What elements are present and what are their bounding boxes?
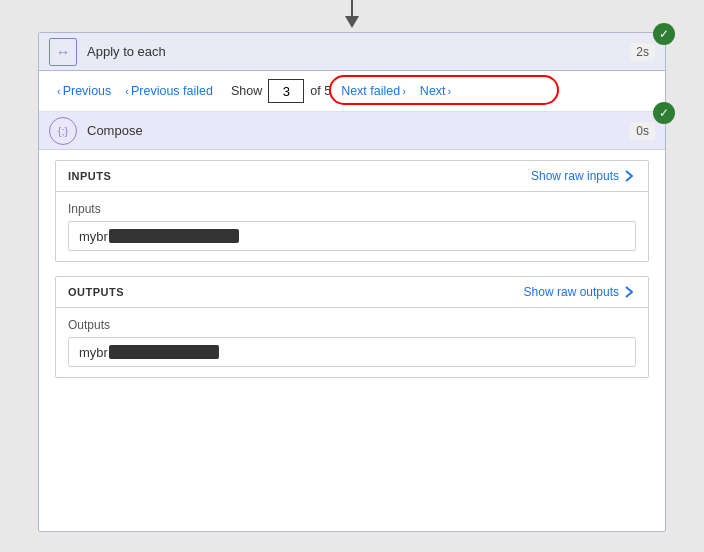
- compose-header: {;} Compose 0s ✓: [39, 112, 665, 150]
- inputs-field-label: Inputs: [68, 202, 636, 216]
- chevron-right-icon-2: ›: [448, 85, 452, 97]
- outputs-section: OUTPUTS Show raw outputs Outputs mybr: [55, 276, 649, 378]
- show-raw-inputs-link[interactable]: Show raw inputs: [531, 169, 636, 183]
- compose-title: Compose: [87, 123, 630, 138]
- connector-arrow: [342, 0, 362, 33]
- svg-marker-1: [345, 16, 359, 28]
- apply-header-title: Apply to each: [87, 44, 630, 59]
- outputs-section-header: OUTPUTS Show raw outputs: [56, 277, 648, 308]
- chevron-right-inputs-icon: [622, 169, 636, 183]
- chevron-left-icon: ‹: [57, 85, 61, 97]
- outputs-redacted-bar: [109, 345, 219, 359]
- compose-wrapper: {;} Compose 0s ✓: [39, 112, 665, 150]
- compose-badge: 0s: [630, 122, 655, 140]
- outputs-field-value: mybr: [68, 337, 636, 367]
- compose-icon: {;}: [49, 117, 77, 145]
- inputs-title: INPUTS: [68, 170, 111, 182]
- previous-failed-button[interactable]: ‹ Previous failed: [121, 82, 217, 100]
- chevron-right-outputs-icon: [622, 285, 636, 299]
- apply-header: ↔ Apply to each 2s ✓: [39, 33, 665, 71]
- apply-header-badge: 2s: [630, 43, 655, 61]
- inputs-section-body: Inputs mybr: [56, 192, 648, 261]
- inputs-field-value: mybr: [68, 221, 636, 251]
- apply-success-badge: ✓: [653, 23, 675, 45]
- inputs-redacted-bar: [109, 229, 239, 243]
- next-button[interactable]: Next ›: [416, 82, 455, 100]
- show-raw-outputs-link[interactable]: Show raw outputs: [524, 285, 636, 299]
- outputs-title: OUTPUTS: [68, 286, 124, 298]
- outputs-section-body: Outputs mybr: [56, 308, 648, 377]
- previous-button[interactable]: ‹ Previous: [53, 82, 115, 100]
- inputs-section: INPUTS Show raw inputs Inputs mybr: [55, 160, 649, 262]
- next-failed-button[interactable]: Next failed ›: [337, 82, 410, 100]
- inputs-section-header: INPUTS Show raw inputs: [56, 161, 648, 192]
- nav-bar: ‹ Previous ‹ Previous failed Show of 5 N…: [39, 71, 665, 112]
- compose-success-badge: ✓: [653, 102, 675, 124]
- main-card: ↔ Apply to each 2s ✓ ‹ Previous ‹ Previo…: [38, 32, 666, 532]
- content-area: INPUTS Show raw inputs Inputs mybr: [39, 150, 665, 402]
- apply-each-icon: ↔: [49, 38, 77, 66]
- of-label: of 5: [310, 84, 331, 98]
- page-container: ↔ Apply to each 2s ✓ ‹ Previous ‹ Previo…: [0, 0, 704, 552]
- chevron-left-icon-2: ‹: [125, 85, 129, 97]
- outputs-field-label: Outputs: [68, 318, 636, 332]
- show-label: Show: [231, 84, 262, 98]
- iteration-input[interactable]: [268, 79, 304, 103]
- chevron-right-icon: ›: [402, 85, 406, 97]
